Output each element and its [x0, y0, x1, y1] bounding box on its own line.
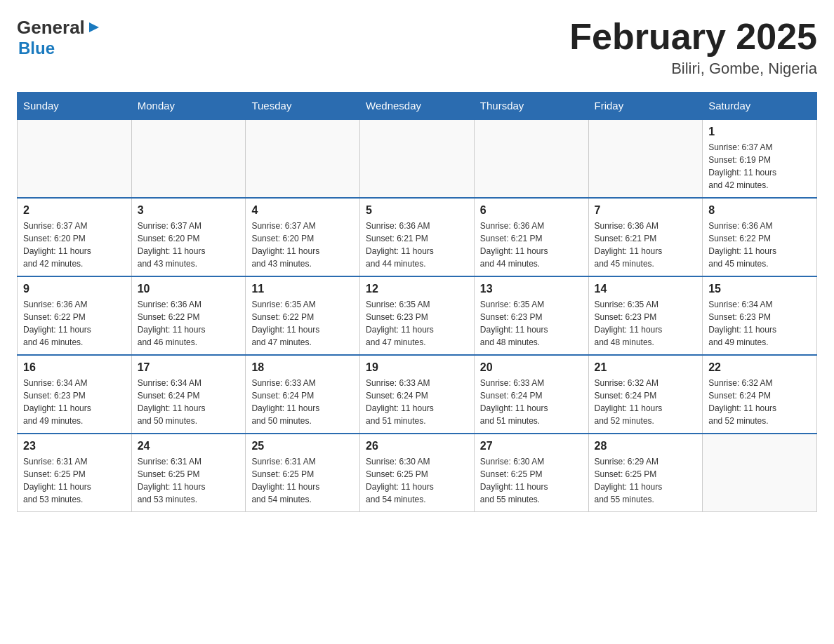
day-number: 20	[480, 361, 583, 374]
day-number: 23	[23, 440, 126, 452]
day-number: 11	[251, 283, 354, 295]
day-info: Sunrise: 6:35 AMSunset: 6:23 PMDaylight:…	[480, 298, 583, 349]
day-number: 9	[23, 283, 126, 295]
day-number: 17	[138, 361, 240, 374]
calendar-day: 18Sunrise: 6:33 AMSunset: 6:24 PMDayligh…	[246, 355, 360, 434]
calendar-day: 27Sunrise: 6:30 AMSunset: 6:25 PMDayligh…	[474, 434, 588, 512]
day-info: Sunrise: 6:34 AMSunset: 6:23 PMDaylight:…	[23, 377, 126, 427]
calendar-day: 20Sunrise: 6:33 AMSunset: 6:24 PMDayligh…	[474, 355, 588, 434]
day-number: 25	[251, 440, 354, 452]
day-info: Sunrise: 6:31 AMSunset: 6:25 PMDaylight:…	[138, 455, 240, 506]
day-number: 4	[251, 204, 354, 217]
day-number: 13	[480, 283, 583, 295]
header-tuesday: Tuesday	[246, 93, 360, 120]
header-friday: Friday	[588, 93, 703, 120]
calendar-day: 16Sunrise: 6:34 AMSunset: 6:23 PMDayligh…	[18, 355, 132, 434]
calendar-day: 9Sunrise: 6:36 AMSunset: 6:22 PMDaylight…	[18, 276, 132, 355]
day-info: Sunrise: 6:37 AMSunset: 6:19 PMDaylight:…	[708, 141, 811, 192]
calendar-day: 24Sunrise: 6:31 AMSunset: 6:25 PMDayligh…	[131, 434, 246, 512]
header-sunday: Sunday	[18, 93, 132, 120]
day-info: Sunrise: 6:37 AMSunset: 6:20 PMDaylight:…	[23, 220, 126, 270]
calendar-week-4: 16Sunrise: 6:34 AMSunset: 6:23 PMDayligh…	[18, 355, 817, 434]
day-number: 7	[595, 204, 697, 217]
calendar-day: 13Sunrise: 6:35 AMSunset: 6:23 PMDayligh…	[474, 276, 588, 355]
day-number: 6	[480, 204, 583, 217]
day-info: Sunrise: 6:29 AMSunset: 6:25 PMDaylight:…	[595, 455, 697, 506]
logo: General Blue	[17, 17, 102, 58]
day-info: Sunrise: 6:37 AMSunset: 6:20 PMDaylight:…	[251, 220, 354, 270]
day-info: Sunrise: 6:32 AMSunset: 6:24 PMDaylight:…	[595, 377, 697, 427]
day-number: 22	[708, 361, 811, 374]
calendar-day: 1Sunrise: 6:37 AMSunset: 6:19 PMDaylight…	[703, 119, 817, 198]
day-info: Sunrise: 6:32 AMSunset: 6:24 PMDaylight:…	[708, 377, 811, 427]
day-info: Sunrise: 6:37 AMSunset: 6:20 PMDaylight:…	[138, 220, 240, 270]
calendar-day: 26Sunrise: 6:30 AMSunset: 6:25 PMDayligh…	[360, 434, 475, 512]
day-number: 26	[366, 440, 468, 452]
calendar-day	[474, 119, 588, 198]
day-number: 8	[708, 204, 811, 217]
day-info: Sunrise: 6:34 AMSunset: 6:24 PMDaylight:…	[138, 377, 240, 427]
logo-general-text: General	[17, 17, 85, 39]
title-block: February 2025 Biliri, Gombe, Nigeria	[569, 17, 817, 78]
calendar-table: Sunday Monday Tuesday Wednesday Thursday…	[17, 92, 817, 512]
calendar-day: 22Sunrise: 6:32 AMSunset: 6:24 PMDayligh…	[703, 355, 817, 434]
calendar-day: 28Sunrise: 6:29 AMSunset: 6:25 PMDayligh…	[588, 434, 703, 512]
day-info: Sunrise: 6:33 AMSunset: 6:24 PMDaylight:…	[251, 377, 354, 427]
calendar-day: 23Sunrise: 6:31 AMSunset: 6:25 PMDayligh…	[18, 434, 132, 512]
day-info: Sunrise: 6:34 AMSunset: 6:23 PMDaylight:…	[708, 298, 811, 349]
calendar-day: 10Sunrise: 6:36 AMSunset: 6:22 PMDayligh…	[131, 276, 246, 355]
calendar-day: 25Sunrise: 6:31 AMSunset: 6:25 PMDayligh…	[246, 434, 360, 512]
day-number: 15	[708, 283, 811, 295]
day-info: Sunrise: 6:33 AMSunset: 6:24 PMDaylight:…	[366, 377, 468, 427]
day-info: Sunrise: 6:36 AMSunset: 6:21 PMDaylight:…	[366, 220, 468, 270]
weekday-header-row: Sunday Monday Tuesday Wednesday Thursday…	[18, 93, 817, 120]
day-number: 18	[251, 361, 354, 374]
day-number: 19	[366, 361, 468, 374]
day-number: 27	[480, 440, 583, 452]
calendar-day	[246, 119, 360, 198]
calendar-day: 15Sunrise: 6:34 AMSunset: 6:23 PMDayligh…	[703, 276, 817, 355]
day-info: Sunrise: 6:31 AMSunset: 6:25 PMDaylight:…	[251, 455, 354, 506]
day-info: Sunrise: 6:33 AMSunset: 6:24 PMDaylight:…	[480, 377, 583, 427]
calendar-day: 17Sunrise: 6:34 AMSunset: 6:24 PMDayligh…	[131, 355, 246, 434]
calendar-day	[588, 119, 703, 198]
logo-arrow-icon	[86, 20, 102, 35]
day-info: Sunrise: 6:36 AMSunset: 6:21 PMDaylight:…	[480, 220, 583, 270]
day-number: 10	[138, 283, 240, 295]
calendar-day: 5Sunrise: 6:36 AMSunset: 6:21 PMDaylight…	[360, 198, 475, 276]
calendar-body: 1Sunrise: 6:37 AMSunset: 6:19 PMDaylight…	[18, 119, 817, 512]
calendar-day: 19Sunrise: 6:33 AMSunset: 6:24 PMDayligh…	[360, 355, 475, 434]
day-number: 24	[138, 440, 240, 452]
day-info: Sunrise: 6:36 AMSunset: 6:21 PMDaylight:…	[595, 220, 697, 270]
day-number: 2	[23, 204, 126, 217]
day-number: 16	[23, 361, 126, 374]
day-info: Sunrise: 6:36 AMSunset: 6:22 PMDaylight:…	[138, 298, 240, 349]
calendar-day	[131, 119, 246, 198]
calendar-title: February 2025	[569, 17, 817, 57]
calendar-week-5: 23Sunrise: 6:31 AMSunset: 6:25 PMDayligh…	[18, 434, 817, 512]
svg-marker-0	[89, 22, 99, 32]
day-number: 3	[138, 204, 240, 217]
header-thursday: Thursday	[474, 93, 588, 120]
day-info: Sunrise: 6:35 AMSunset: 6:23 PMDaylight:…	[366, 298, 468, 349]
header-wednesday: Wednesday	[360, 93, 475, 120]
calendar-day: 12Sunrise: 6:35 AMSunset: 6:23 PMDayligh…	[360, 276, 475, 355]
calendar-day	[18, 119, 132, 198]
header-monday: Monday	[131, 93, 246, 120]
day-info: Sunrise: 6:36 AMSunset: 6:22 PMDaylight:…	[708, 220, 811, 270]
day-info: Sunrise: 6:31 AMSunset: 6:25 PMDaylight:…	[23, 455, 126, 506]
day-number: 1	[708, 126, 811, 138]
calendar-day	[360, 119, 475, 198]
day-number: 14	[595, 283, 697, 295]
calendar-day: 3Sunrise: 6:37 AMSunset: 6:20 PMDaylight…	[131, 198, 246, 276]
calendar-day: 11Sunrise: 6:35 AMSunset: 6:22 PMDayligh…	[246, 276, 360, 355]
calendar-day: 4Sunrise: 6:37 AMSunset: 6:20 PMDaylight…	[246, 198, 360, 276]
page-header: General Blue February 2025 Biliri, Gombe…	[17, 17, 817, 78]
calendar-day: 6Sunrise: 6:36 AMSunset: 6:21 PMDaylight…	[474, 198, 588, 276]
header-saturday: Saturday	[703, 93, 817, 120]
calendar-week-3: 9Sunrise: 6:36 AMSunset: 6:22 PMDaylight…	[18, 276, 817, 355]
day-info: Sunrise: 6:35 AMSunset: 6:22 PMDaylight:…	[251, 298, 354, 349]
calendar-day: 8Sunrise: 6:36 AMSunset: 6:22 PMDaylight…	[703, 198, 817, 276]
calendar-day: 14Sunrise: 6:35 AMSunset: 6:23 PMDayligh…	[588, 276, 703, 355]
day-info: Sunrise: 6:36 AMSunset: 6:22 PMDaylight:…	[23, 298, 126, 349]
